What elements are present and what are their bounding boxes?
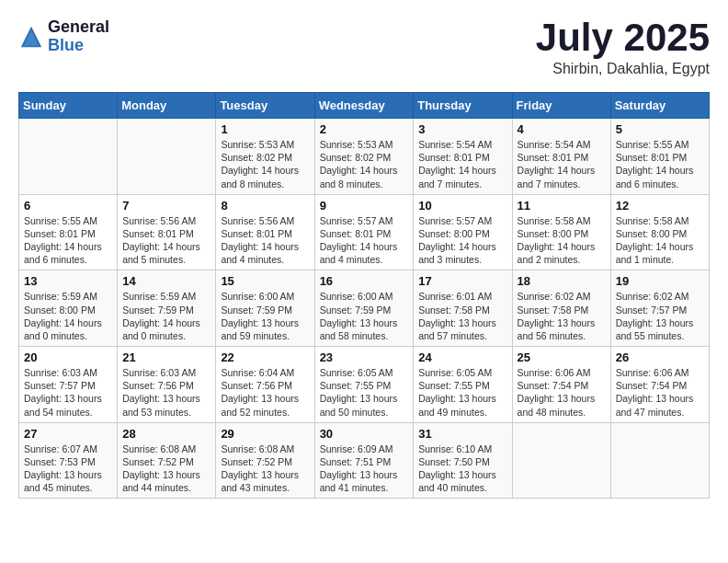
day-info: Sunrise: 5:58 AM Sunset: 8:00 PM Dayligh… <box>518 214 606 267</box>
day-number: 4 <box>518 122 606 136</box>
calendar-cell: 24Sunrise: 6:05 AM Sunset: 7:55 PM Dayli… <box>414 347 512 423</box>
day-number: 8 <box>221 199 309 213</box>
day-number: 15 <box>221 274 309 288</box>
logo-icon <box>18 24 44 50</box>
calendar-week-1: 1Sunrise: 5:53 AM Sunset: 8:02 PM Daylig… <box>19 119 710 195</box>
calendar-header-sunday: Sunday <box>19 93 118 119</box>
calendar-cell: 7Sunrise: 5:56 AM Sunset: 8:01 PM Daylig… <box>118 194 216 270</box>
day-number: 28 <box>122 427 210 441</box>
day-info: Sunrise: 5:57 AM Sunset: 8:01 PM Dayligh… <box>320 214 409 267</box>
day-info: Sunrise: 6:03 AM Sunset: 7:56 PM Dayligh… <box>122 366 210 419</box>
day-number: 26 <box>616 350 704 364</box>
calendar-cell: 12Sunrise: 5:58 AM Sunset: 8:00 PM Dayli… <box>610 194 709 270</box>
day-info: Sunrise: 6:07 AM Sunset: 7:53 PM Dayligh… <box>24 442 112 495</box>
day-number: 17 <box>418 274 506 288</box>
calendar-cell: 15Sunrise: 6:00 AM Sunset: 7:59 PM Dayli… <box>216 270 314 347</box>
subtitle: Shirbin, Dakahlia, Egypt <box>536 61 710 77</box>
calendar-cell <box>512 422 610 499</box>
calendar-cell: 18Sunrise: 6:02 AM Sunset: 7:58 PM Dayli… <box>512 270 610 347</box>
day-info: Sunrise: 5:53 AM Sunset: 8:02 PM Dayligh… <box>221 138 309 190</box>
day-info: Sunrise: 5:59 AM Sunset: 7:59 PM Dayligh… <box>122 290 210 342</box>
day-info: Sunrise: 5:59 AM Sunset: 8:00 PM Dayligh… <box>24 290 112 342</box>
day-number: 9 <box>320 199 409 213</box>
day-number: 10 <box>418 199 506 213</box>
day-info: Sunrise: 5:56 AM Sunset: 8:01 PM Dayligh… <box>221 214 309 267</box>
calendar-cell: 9Sunrise: 5:57 AM Sunset: 8:01 PM Daylig… <box>314 194 414 270</box>
day-info: Sunrise: 5:55 AM Sunset: 8:01 PM Dayligh… <box>24 214 112 267</box>
day-number: 29 <box>221 427 309 441</box>
day-info: Sunrise: 6:08 AM Sunset: 7:52 PM Dayligh… <box>122 442 210 495</box>
calendar-cell: 17Sunrise: 6:01 AM Sunset: 7:58 PM Dayli… <box>414 270 512 347</box>
calendar-cell: 16Sunrise: 6:00 AM Sunset: 7:59 PM Dayli… <box>314 270 414 347</box>
day-info: Sunrise: 5:53 AM Sunset: 8:02 PM Dayligh… <box>320 138 409 190</box>
calendar-cell <box>19 119 118 195</box>
calendar-cell: 13Sunrise: 5:59 AM Sunset: 8:00 PM Dayli… <box>19 270 118 347</box>
calendar-cell: 21Sunrise: 6:03 AM Sunset: 7:56 PM Dayli… <box>118 347 216 423</box>
day-info: Sunrise: 6:06 AM Sunset: 7:54 PM Dayligh… <box>518 366 606 419</box>
day-number: 23 <box>320 350 409 364</box>
day-number: 27 <box>24 427 112 441</box>
day-info: Sunrise: 5:57 AM Sunset: 8:00 PM Dayligh… <box>418 214 506 267</box>
day-info: Sunrise: 5:55 AM Sunset: 8:01 PM Dayligh… <box>616 138 704 190</box>
day-number: 30 <box>320 427 409 441</box>
month-title: July 2025 <box>536 18 710 57</box>
day-number: 13 <box>24 274 112 288</box>
calendar-cell: 27Sunrise: 6:07 AM Sunset: 7:53 PM Dayli… <box>19 422 118 499</box>
calendar-cell: 23Sunrise: 6:05 AM Sunset: 7:55 PM Dayli… <box>314 347 414 423</box>
page-header: General Blue July 2025 Shirbin, Dakahlia… <box>18 18 710 77</box>
day-number: 12 <box>616 199 704 213</box>
logo-blue: Blue <box>48 37 109 55</box>
day-number: 31 <box>418 427 506 441</box>
day-info: Sunrise: 6:00 AM Sunset: 7:59 PM Dayligh… <box>320 290 409 342</box>
day-info: Sunrise: 5:54 AM Sunset: 8:01 PM Dayligh… <box>418 138 506 190</box>
calendar-cell: 20Sunrise: 6:03 AM Sunset: 7:57 PM Dayli… <box>19 347 118 423</box>
calendar-cell <box>118 119 216 195</box>
day-number: 22 <box>221 350 309 364</box>
day-number: 21 <box>122 350 210 364</box>
day-info: Sunrise: 5:58 AM Sunset: 8:00 PM Dayligh… <box>616 214 704 267</box>
calendar-cell: 19Sunrise: 6:02 AM Sunset: 7:57 PM Dayli… <box>610 270 709 347</box>
calendar-week-4: 20Sunrise: 6:03 AM Sunset: 7:57 PM Dayli… <box>19 347 710 423</box>
calendar-body: 1Sunrise: 5:53 AM Sunset: 8:02 PM Daylig… <box>19 119 710 499</box>
day-number: 16 <box>320 274 409 288</box>
calendar-header-saturday: Saturday <box>610 93 709 119</box>
day-number: 20 <box>24 350 112 364</box>
calendar-cell: 4Sunrise: 5:54 AM Sunset: 8:01 PM Daylig… <box>512 119 610 195</box>
day-info: Sunrise: 6:03 AM Sunset: 7:57 PM Dayligh… <box>24 366 112 419</box>
day-info: Sunrise: 6:02 AM Sunset: 7:58 PM Dayligh… <box>518 290 606 342</box>
calendar-cell <box>610 422 709 499</box>
title-block: July 2025 Shirbin, Dakahlia, Egypt <box>536 18 710 77</box>
day-info: Sunrise: 5:54 AM Sunset: 8:01 PM Dayligh… <box>518 138 606 190</box>
calendar-cell: 22Sunrise: 6:04 AM Sunset: 7:56 PM Dayli… <box>216 347 314 423</box>
day-number: 18 <box>518 274 606 288</box>
day-number: 3 <box>418 122 506 136</box>
calendar-table: SundayMondayTuesdayWednesdayThursdayFrid… <box>18 92 710 499</box>
day-number: 14 <box>122 274 210 288</box>
calendar-cell: 30Sunrise: 6:09 AM Sunset: 7:51 PM Dayli… <box>314 422 414 499</box>
day-info: Sunrise: 6:04 AM Sunset: 7:56 PM Dayligh… <box>221 366 309 419</box>
day-number: 11 <box>518 199 606 213</box>
day-info: Sunrise: 6:01 AM Sunset: 7:58 PM Dayligh… <box>418 290 506 342</box>
calendar-week-3: 13Sunrise: 5:59 AM Sunset: 8:00 PM Dayli… <box>19 270 710 347</box>
calendar-header: SundayMondayTuesdayWednesdayThursdayFrid… <box>19 93 710 119</box>
calendar-cell: 6Sunrise: 5:55 AM Sunset: 8:01 PM Daylig… <box>19 194 118 270</box>
calendar-cell: 8Sunrise: 5:56 AM Sunset: 8:01 PM Daylig… <box>216 194 314 270</box>
day-info: Sunrise: 6:08 AM Sunset: 7:52 PM Dayligh… <box>221 442 309 495</box>
day-number: 24 <box>418 350 506 364</box>
calendar-header-friday: Friday <box>512 93 610 119</box>
day-info: Sunrise: 6:05 AM Sunset: 7:55 PM Dayligh… <box>320 366 409 419</box>
logo: General Blue <box>18 18 109 55</box>
day-number: 6 <box>24 199 112 213</box>
calendar-week-5: 27Sunrise: 6:07 AM Sunset: 7:53 PM Dayli… <box>19 422 710 499</box>
calendar-cell: 5Sunrise: 5:55 AM Sunset: 8:01 PM Daylig… <box>610 119 709 195</box>
calendar-week-2: 6Sunrise: 5:55 AM Sunset: 8:01 PM Daylig… <box>19 194 710 270</box>
day-number: 25 <box>518 350 606 364</box>
calendar-cell: 11Sunrise: 5:58 AM Sunset: 8:00 PM Dayli… <box>512 194 610 270</box>
calendar-header-wednesday: Wednesday <box>314 93 414 119</box>
calendar-cell: 1Sunrise: 5:53 AM Sunset: 8:02 PM Daylig… <box>216 119 314 195</box>
day-number: 7 <box>122 199 210 213</box>
logo-general: General <box>48 18 109 37</box>
calendar-cell: 31Sunrise: 6:10 AM Sunset: 7:50 PM Dayli… <box>414 422 512 499</box>
calendar-cell: 10Sunrise: 5:57 AM Sunset: 8:00 PM Dayli… <box>414 194 512 270</box>
calendar-cell: 26Sunrise: 6:06 AM Sunset: 7:54 PM Dayli… <box>610 347 709 423</box>
